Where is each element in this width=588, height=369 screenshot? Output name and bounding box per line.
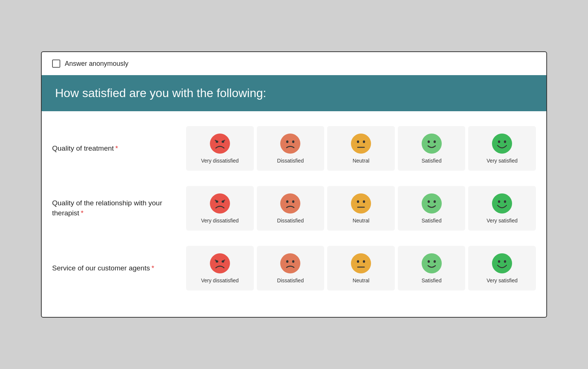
svg-point-23 xyxy=(357,200,359,203)
option-dissatisfied-q2[interactable]: Dissatisfied xyxy=(257,186,325,231)
angry-face-icon xyxy=(211,134,229,153)
anonymous-label: Answer anonymously xyxy=(65,60,128,68)
svg-point-6 xyxy=(352,135,370,153)
option-satisfied-q2[interactable]: Satisfied xyxy=(398,186,466,231)
survey-card: Answer anonymously How satisfied are you… xyxy=(41,51,547,318)
option-satisfied-q3[interactable]: Satisfied xyxy=(398,246,466,291)
option-label-d-q2: Dissatisfied xyxy=(277,217,304,224)
svg-point-37 xyxy=(292,260,294,263)
option-very-dissatisfied-q3[interactable]: Very dissatisfied xyxy=(186,246,254,291)
svg-point-40 xyxy=(363,260,365,263)
svg-point-11 xyxy=(428,140,430,143)
questions-container: Quality of treatment* Very di xyxy=(42,115,546,302)
emoji-neutral xyxy=(351,134,371,154)
option-label-vd-q3: Very dissatisfied xyxy=(201,277,239,284)
svg-point-15 xyxy=(504,140,506,143)
required-indicator: * xyxy=(115,144,118,152)
svg-point-31 xyxy=(504,200,506,203)
svg-point-0 xyxy=(211,135,229,153)
option-label-s-q2: Satisfied xyxy=(422,217,442,224)
svg-point-43 xyxy=(428,260,430,263)
svg-point-22 xyxy=(352,195,370,212)
options-group-q2: Very dissatisfied Dissatisfied xyxy=(186,186,536,231)
svg-point-3 xyxy=(281,135,299,153)
option-very-satisfied-q1[interactable]: Very satisfied xyxy=(468,126,536,171)
svg-point-26 xyxy=(423,195,441,212)
svg-point-4 xyxy=(286,140,288,143)
svg-point-19 xyxy=(281,195,299,212)
svg-point-12 xyxy=(434,140,436,143)
option-dissatisfied-q3[interactable]: Dissatisfied xyxy=(257,246,325,291)
option-label-very-dissatisfied: Very dissatisfied xyxy=(201,157,239,164)
option-label-vs-q2: Very satisfied xyxy=(487,217,518,224)
required-indicator-q2: * xyxy=(81,209,83,217)
svg-point-47 xyxy=(504,260,506,263)
option-neutral-q3[interactable]: Neutral xyxy=(327,246,395,291)
svg-point-35 xyxy=(281,254,299,272)
emoji-dissatisfied xyxy=(280,134,300,154)
happy-face-icon xyxy=(422,134,441,153)
svg-point-30 xyxy=(498,200,500,203)
option-label-vd-q2: Very dissatisfied xyxy=(201,217,239,224)
svg-point-32 xyxy=(211,254,229,272)
question-label-q3: Service of our customer agents* xyxy=(52,263,186,273)
svg-point-10 xyxy=(423,135,441,153)
svg-point-38 xyxy=(352,254,370,272)
option-very-dissatisfied-q2[interactable]: Very dissatisfied xyxy=(186,186,254,231)
option-neutral-q2[interactable]: Neutral xyxy=(327,186,395,231)
emoji-very-dissatisfied xyxy=(210,134,230,154)
question-row-q3: Service of our customer agents* xyxy=(52,238,536,298)
question-row-q2: Quality of the relationship with your th… xyxy=(52,179,536,238)
question-row: Quality of treatment* Very di xyxy=(52,119,536,179)
svg-point-7 xyxy=(357,140,359,143)
svg-point-14 xyxy=(498,140,500,143)
very-happy-face-icon xyxy=(493,134,511,153)
svg-point-20 xyxy=(286,200,288,203)
header-banner: How satisfied are you with the following… xyxy=(42,75,546,111)
option-label-n-q2: Neutral xyxy=(352,217,369,224)
svg-point-39 xyxy=(357,260,359,263)
anonymous-row: Answer anonymously xyxy=(42,52,546,75)
option-neutral-q1[interactable]: Neutral xyxy=(327,126,395,171)
option-very-dissatisfied-q1[interactable]: Very dissatisfied xyxy=(186,126,254,171)
option-label-s-q3: Satisfied xyxy=(422,277,442,284)
required-indicator-q3: * xyxy=(151,264,154,272)
option-dissatisfied-q1[interactable]: Dissatisfied xyxy=(257,126,325,171)
svg-point-5 xyxy=(292,140,294,143)
header-title: How satisfied are you with the following… xyxy=(55,86,533,100)
option-satisfied-q1[interactable]: Satisfied xyxy=(398,126,466,171)
svg-point-44 xyxy=(434,260,436,263)
svg-point-8 xyxy=(363,140,365,143)
svg-point-28 xyxy=(434,200,436,203)
options-group-q3: Very dissatisfied Dissatisfied xyxy=(186,246,536,291)
svg-point-24 xyxy=(363,200,365,203)
sad-face-icon xyxy=(281,134,300,153)
svg-point-16 xyxy=(211,195,229,212)
svg-point-45 xyxy=(493,254,511,272)
options-group-q1: Very dissatisfied Dissatisfied xyxy=(186,126,536,171)
option-very-satisfied-q2[interactable]: Very satisfied xyxy=(468,186,536,231)
svg-point-36 xyxy=(286,260,288,263)
neutral-face-icon xyxy=(352,134,370,153)
option-label-very-satisfied: Very satisfied xyxy=(487,157,518,164)
option-label-n-q3: Neutral xyxy=(352,277,369,284)
emoji-angry-q2 xyxy=(210,193,230,214)
svg-point-21 xyxy=(292,200,294,203)
option-label-satisfied: Satisfied xyxy=(422,157,442,164)
option-label-d-q3: Dissatisfied xyxy=(277,277,304,284)
svg-point-27 xyxy=(428,200,430,203)
svg-point-46 xyxy=(498,260,500,263)
option-label-vs-q3: Very satisfied xyxy=(487,277,518,284)
svg-point-29 xyxy=(493,195,511,212)
anonymous-checkbox[interactable] xyxy=(52,60,60,68)
option-label-dissatisfied: Dissatisfied xyxy=(277,157,304,164)
option-very-satisfied-q3[interactable]: Very satisfied xyxy=(468,246,536,291)
option-label-neutral: Neutral xyxy=(352,157,369,164)
emoji-satisfied xyxy=(422,134,442,154)
svg-point-13 xyxy=(493,135,511,153)
question-label-q2: Quality of the relationship with your th… xyxy=(52,198,186,218)
svg-point-42 xyxy=(423,254,441,272)
question-label-q1: Quality of treatment* xyxy=(52,144,186,154)
emoji-very-satisfied xyxy=(492,134,512,154)
